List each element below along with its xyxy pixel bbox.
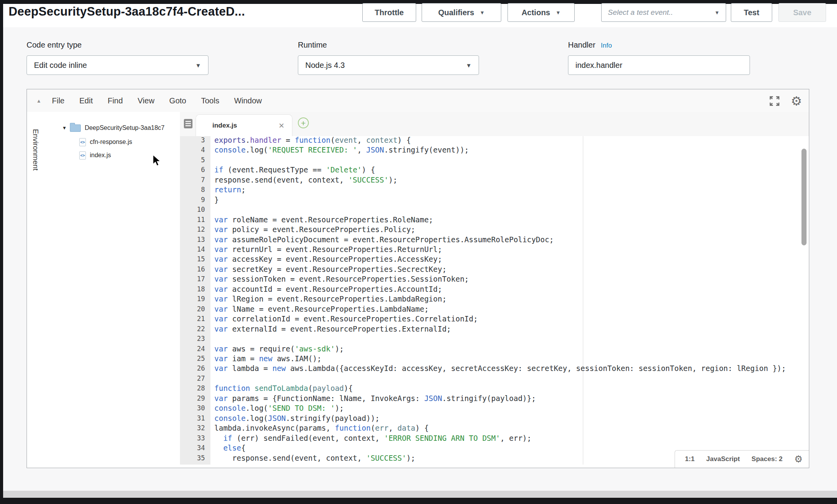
line-number: 30 [197,403,205,413]
line-number: 10 [197,205,205,215]
line-number: 20 [197,304,205,314]
editor-settings-gear-icon[interactable]: ⚙ [790,95,803,107]
code-token: JSON [366,146,384,154]
qualifiers-button[interactable]: Qualifiers ▼ [422,3,501,22]
code-line: var iam = new aws.IAM(); [214,354,786,364]
code-line: if (err) sendFailed(event, context, 'ERR… [214,433,786,443]
menu-edit[interactable]: Edit [79,96,93,105]
code-entry-type-value: Edit code inline [34,61,87,70]
code-token: var [214,265,228,273]
code-line: } [214,195,786,205]
editor-menu: File Edit Find View Goto Tools Window [52,89,262,112]
throttle-button[interactable]: Throttle [362,3,416,22]
code-line: var correlationId = event.ResourceProper… [214,314,786,324]
code-line: var params = {FunctionName: lName, Invok… [214,394,786,403]
code-token: ); [335,404,344,412]
menu-view[interactable]: View [138,96,155,105]
code-line: console.log('SEND TO DSM: '); [214,403,786,413]
code-token: var [214,285,228,293]
line-number: 7 [197,175,205,185]
tab-index-js[interactable]: index.js × [196,114,292,136]
code-token: sessionToken = event.ResourceProperties.… [228,275,469,283]
collapse-panel-icon[interactable]: ▲ [36,98,41,104]
menu-tools[interactable]: Tools [201,96,219,105]
line-number: 6 [197,165,205,175]
lambda-console-page: DeepSecuritySetup-3aa18c7f4-CreateD... T… [3,4,837,491]
code-token: console [214,146,246,154]
tree-folder-row[interactable]: ▼ DeepSecuritySetup-3aa18c7 [62,122,164,134]
code-token: 'aws-sdk' [295,344,335,353]
new-tab-plus-icon[interactable]: + [298,117,309,128]
code-area[interactable]: exports.handler = function(event, contex… [210,135,803,465]
code-token: ( [308,384,312,392]
code-token [250,384,255,392]
line-number: 32 [197,423,205,433]
handler-input[interactable]: index.handler [568,55,750,75]
code-entry-type-label: Code entry type [27,41,82,50]
indentation-status[interactable]: Spaces: 2 [752,455,782,463]
code-line [214,205,786,215]
test-button[interactable]: Test [731,3,772,22]
code-line: exports.handler = function(event, contex… [214,135,786,145]
code-token: params = {FunctionName: lName, InvokeArg… [228,394,424,403]
editor-statusbar: 1:1 JavaScript Spaces: 2 ⚙ [675,450,809,468]
line-number: 26 [197,364,205,373]
tree-file-label: cfn-response.js [90,138,132,146]
code-token: ( [330,136,335,144]
code-line [214,155,786,165]
menu-window[interactable]: Window [234,96,262,105]
editor-scrollbar-thumb[interactable] [801,149,807,245]
gutter-line-numbers: 3456789101112131415161718192021222324252… [197,135,205,463]
tab-list-icon[interactable] [183,118,195,131]
tree-file-row[interactable]: <> cfn-response.js [79,136,132,148]
code-token: lambda.invokeAsync(params, [214,424,335,432]
code-line: var accessKey = event.ResourceProperties… [214,254,786,264]
line-number: 27 [197,374,205,383]
test-event-select[interactable]: Select a test event.. ▼ [601,3,726,22]
code-token: lName = event.ResourceProperties.LambdaN… [228,305,429,313]
code-token: else [223,444,241,452]
code-token: data [397,424,415,432]
code-token: lambda = [228,364,272,373]
handler-info-link[interactable]: Info [601,42,612,49]
code-line: return; [214,185,786,195]
language-mode-status[interactable]: JavaScript [706,455,740,463]
line-number: 34 [197,443,205,453]
code-token: lRegion = event.ResourceProperties.Lambd… [228,295,447,303]
statusbar-gear-icon[interactable]: ⚙ [794,454,803,464]
code-token: console [214,404,246,412]
code-token: response.send(event, context, [214,454,366,462]
code-token: ) { [415,424,429,432]
line-number: 3 [197,135,205,145]
code-token: new [272,364,286,373]
code-token: (err) sendFailed(event, context, [232,434,384,442]
menu-goto[interactable]: Goto [169,96,186,105]
menu-find[interactable]: Find [108,96,123,105]
js-file-icon: <> [79,138,86,146]
tree-file-label: index.js [90,152,111,159]
line-number: 8 [197,185,205,195]
cursor-position-status[interactable]: 1:1 [685,455,695,463]
save-button[interactable]: Save [778,3,826,22]
actions-button[interactable]: Actions ▼ [508,3,575,22]
code-line: var externalId = event.ResourcePropertie… [214,324,786,334]
handler-value: index.handler [575,61,622,70]
environment-tab[interactable]: Environment [31,119,40,181]
actions-button-label: Actions [522,8,550,17]
code-token: ; [241,185,246,194]
menu-file[interactable]: File [52,96,64,105]
line-number: 15 [197,254,205,264]
fullscreen-expand-icon[interactable] [768,95,781,107]
runtime-select[interactable]: Node.js 4.3 ▼ [298,55,479,75]
js-file-icon: <> [79,151,86,160]
line-number: 4 [197,145,205,155]
line-number: 14 [197,245,205,254]
code-token: aws.IAM(); [272,354,322,363]
tab-close-icon[interactable]: × [279,121,284,130]
code-token: roleName = event.ResourceProperties.Role… [228,215,433,224]
tree-file-row[interactable]: <> index.js [79,149,111,161]
code-entry-type-select[interactable]: Edit code inline ▼ [27,55,208,75]
line-number: 18 [197,284,205,294]
code-line: var secretKey = event.ResourceProperties… [214,264,786,274]
line-number: 13 [197,235,205,245]
